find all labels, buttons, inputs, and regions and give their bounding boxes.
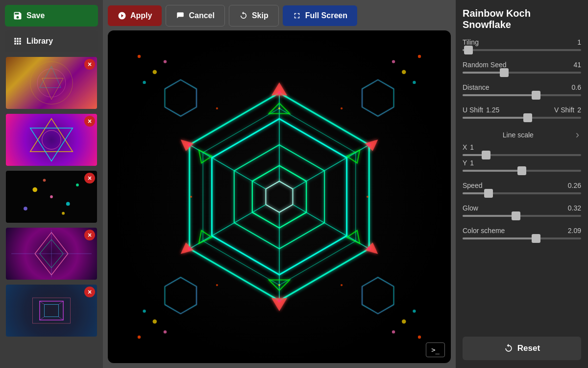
linescale-x-slider[interactable] [463, 154, 581, 156]
fullscreen-icon [293, 11, 301, 20]
shift-param: U Shift 1.25 V Shift 2 [463, 106, 581, 122]
svg-line-21 [40, 301, 45, 305]
thumbnail-item[interactable]: × [5, 170, 98, 224]
svg-point-0 [30, 62, 73, 105]
tiling-slider-thumb[interactable] [464, 46, 473, 54]
linescale-x-label: X [463, 143, 467, 151]
apply-label: Apply [130, 11, 152, 20]
distance-slider-thumb[interactable] [532, 91, 540, 100]
glow-slider-thumb[interactable] [512, 211, 520, 220]
linescale-label: Line scale [463, 131, 574, 139]
svg-point-63 [164, 60, 167, 63]
svg-line-24 [58, 317, 63, 320]
glow-param: Glow 0.32 [463, 204, 581, 220]
distance-slider-track[interactable] [463, 94, 581, 96]
linescale-param: Line scale › X 1 Y 1 [463, 129, 581, 175]
svg-point-29 [418, 336, 421, 339]
terminal-button[interactable]: >_ [426, 342, 445, 357]
svg-line-23 [40, 317, 45, 320]
svg-point-7 [32, 187, 37, 192]
library-button[interactable]: Library [5, 30, 98, 52]
svg-point-67 [413, 81, 416, 84]
skip-icon [239, 11, 248, 20]
svg-point-64 [143, 81, 146, 84]
save-icon [13, 11, 23, 21]
toolbar: Apply Cancel Skip Full Screen [108, 5, 451, 26]
svg-point-1 [37, 69, 66, 97]
skip-button[interactable]: Skip [229, 5, 279, 26]
svg-point-82 [216, 107, 218, 109]
distance-slider-fill [463, 94, 536, 96]
svg-point-65 [402, 70, 406, 74]
panel-title: Rainbow Koch Snowflake [463, 8, 581, 30]
random-seed-slider-thumb[interactable] [500, 68, 509, 77]
random-seed-slider-track[interactable] [463, 72, 581, 74]
speed-slider-track[interactable] [463, 192, 581, 194]
linescale-y-thumb[interactable] [517, 166, 526, 175]
svg-marker-2 [40, 66, 61, 87]
thumbnail-close[interactable]: × [84, 230, 95, 240]
u-shift-slider-fill [463, 117, 528, 119]
svg-point-6 [42, 131, 61, 150]
v-shift-value: 2 [577, 106, 581, 114]
svg-point-68 [153, 319, 157, 323]
thumbnail-item[interactable]: × [5, 56, 98, 110]
random-seed-value: 41 [573, 61, 581, 69]
glow-slider-track[interactable] [463, 215, 581, 217]
thumbnail-close[interactable]: × [84, 173, 95, 184]
svg-point-10 [24, 207, 27, 210]
color-scheme-slider-track[interactable] [463, 237, 581, 239]
terminal-label: >_ [431, 346, 440, 354]
linescale-x-thumb[interactable] [482, 151, 490, 159]
u-shift-slider-track[interactable] [463, 117, 581, 119]
speed-value: 0.26 [568, 182, 581, 189]
tiling-slider-track[interactable] [463, 49, 581, 51]
color-scheme-value: 2.09 [568, 227, 581, 235]
thumbnail-list: × × [5, 56, 98, 363]
thumbnail-item[interactable]: × [5, 113, 98, 167]
distance-value: 0.6 [572, 83, 581, 91]
u-shift-slider-thumb[interactable] [523, 113, 532, 122]
svg-point-27 [418, 55, 421, 58]
skip-label: Skip [252, 11, 269, 20]
random-seed-slider-fill [463, 72, 504, 74]
cancel-button[interactable]: Cancel [166, 5, 224, 26]
tiling-value: 1 [577, 38, 581, 46]
svg-point-89 [278, 284, 280, 286]
apply-icon [118, 11, 126, 20]
svg-rect-20 [32, 298, 70, 323]
svg-point-70 [143, 310, 146, 313]
svg-point-88 [278, 107, 280, 109]
thumbnail-item[interactable]: × [5, 284, 98, 338]
linescale-chevron-button[interactable]: › [574, 129, 581, 141]
thumbnail-close[interactable]: × [84, 59, 95, 70]
save-label: Save [26, 11, 45, 20]
reset-icon [504, 343, 514, 353]
svg-point-26 [138, 55, 141, 58]
svg-rect-25 [113, 30, 445, 363]
apply-button[interactable]: Apply [108, 5, 162, 26]
speed-slider-thumb[interactable] [484, 189, 493, 198]
linescale-y-label: Y [463, 159, 467, 167]
reset-button[interactable]: Reset [463, 337, 581, 360]
fullscreen-button[interactable]: Full Screen [283, 5, 357, 26]
library-icon [13, 36, 23, 46]
distance-param: Distance 0.6 [463, 83, 581, 99]
fullscreen-label: Full Screen [305, 11, 347, 20]
thumbnail-close[interactable]: × [84, 116, 95, 127]
svg-point-66 [392, 60, 395, 63]
color-scheme-slider-thumb[interactable] [532, 234, 540, 243]
color-scheme-param: Color scheme 2.09 [463, 227, 581, 242]
speed-label: Speed [463, 182, 482, 189]
save-button[interactable]: Save [5, 5, 98, 26]
glow-label: Glow [463, 204, 478, 212]
cancel-label: Cancel [189, 11, 214, 20]
svg-point-73 [413, 310, 416, 313]
svg-point-86 [190, 196, 192, 198]
u-shift-label: U Shift [463, 106, 483, 114]
thumbnail-close[interactable]: × [84, 287, 95, 297]
svg-point-9 [50, 195, 53, 198]
speed-param: Speed 0.26 [463, 182, 581, 197]
thumbnail-item[interactable]: × [5, 227, 98, 281]
linescale-y-slider[interactable] [463, 170, 581, 172]
